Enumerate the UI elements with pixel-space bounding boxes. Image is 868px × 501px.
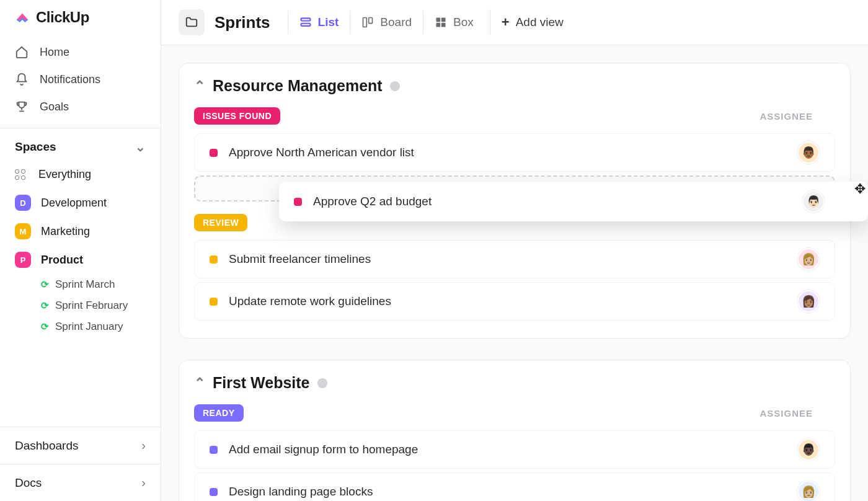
spaces-header-label: Spaces (15, 140, 56, 154)
sidebar-item-everything[interactable]: Everything (0, 161, 161, 188)
clickup-logo-icon (14, 9, 31, 26)
sidebar-item-notifications[interactable]: Notifications (0, 66, 161, 93)
task-title: Submit freelancer timelines (229, 252, 371, 266)
task-group: ⌃ First Website READY ASSIGNEE Add email… (179, 360, 851, 501)
sprint-item[interactable]: ⟳Sprint January (0, 316, 161, 337)
sidebar-dashboards[interactable]: Dashboards› (0, 427, 161, 464)
sprint-label: Sprint February (55, 299, 128, 312)
space-product[interactable]: PProduct (0, 246, 161, 274)
sprint-icon: ⟳ (41, 279, 49, 290)
task-row[interactable]: Design landing page blocks 👩🏼 (194, 472, 835, 501)
svg-rect-2 (363, 18, 367, 27)
svg-rect-4 (436, 18, 441, 22)
nav-label: Goals (40, 100, 69, 113)
status-dot (210, 255, 218, 264)
box-icon (435, 16, 447, 29)
status-pill[interactable]: READY (194, 404, 244, 422)
chevron-down-icon: ⌄ (135, 140, 146, 154)
bell-icon (15, 73, 29, 86)
view-tab-label: List (318, 16, 339, 29)
board-icon (361, 16, 374, 29)
sidebar-item-goals[interactable]: Goals (0, 93, 161, 120)
avatar[interactable]: 👨🏿 (797, 438, 820, 461)
info-icon (317, 378, 327, 388)
sprint-label: Sprint March (55, 278, 115, 291)
add-view-button[interactable]: + Add view (490, 9, 575, 35)
group-header[interactable]: ⌃ First Website (179, 374, 850, 394)
trophy-icon (15, 100, 29, 113)
svg-rect-1 (301, 24, 310, 26)
task-row[interactable]: Submit freelancer timelines 👩🏼 (194, 240, 835, 278)
avatar[interactable]: 👩🏽 (797, 290, 820, 313)
chevron-right-icon: › (141, 476, 146, 490)
view-tab-board[interactable]: Board (350, 11, 423, 34)
sprint-item[interactable]: ⟳Sprint March (0, 274, 161, 295)
spaces-header[interactable]: Spaces ⌄ (0, 128, 161, 161)
chevron-down-icon: ⌃ (194, 78, 205, 94)
assignee-column-label: ASSIGNEE (760, 408, 813, 419)
content-area: ⌃ Resource Management ISSUES FOUND ASSIG… (161, 45, 868, 501)
move-cursor-icon: ✥ (854, 181, 866, 197)
avatar[interactable]: 👨🏻 (802, 190, 825, 213)
space-marketing[interactable]: MMarketing (0, 217, 161, 246)
space-label: Marketing (41, 225, 90, 238)
home-icon (15, 45, 29, 59)
task-title: Design landing page blocks (229, 485, 373, 499)
view-tab-label: Box (453, 16, 474, 29)
svg-rect-3 (369, 18, 373, 24)
task-title: Approve North American vendor list (229, 146, 414, 159)
space-badge: D (15, 195, 31, 211)
sprint-icon: ⟳ (41, 300, 49, 311)
footer-label: Docs (15, 476, 42, 490)
sprint-item[interactable]: ⟳Sprint February (0, 295, 161, 316)
avatar[interactable]: 👩🏼 (797, 481, 820, 501)
everything-label: Everything (38, 168, 91, 181)
assignee-column-label: ASSIGNEE (760, 111, 813, 122)
view-tab-list[interactable]: List (288, 11, 350, 34)
footer-label: Dashboards (15, 439, 78, 453)
dragging-task[interactable]: Approve Q2 ad budget 👨🏻 (279, 182, 868, 221)
svg-rect-6 (436, 23, 441, 27)
space-development[interactable]: DDevelopment (0, 188, 161, 217)
avatar[interactable]: 👩🏼 (797, 248, 820, 270)
task-title: Add email signup form to homepage (229, 443, 418, 456)
svg-rect-5 (441, 18, 446, 22)
task-title: Update remote work guidelines (229, 295, 391, 308)
sprint-icon: ⟳ (41, 321, 49, 332)
svg-rect-7 (441, 23, 446, 27)
space-label: Development (41, 197, 107, 210)
nav-label: Notifications (40, 73, 100, 86)
list-icon (299, 16, 312, 29)
group-header[interactable]: ⌃ Resource Management (179, 77, 850, 97)
task-row[interactable]: Add email signup form to homepage 👨🏿 (194, 430, 835, 469)
status-header: READY ASSIGNEE (179, 394, 850, 427)
main-area: Sprints ListBoardBox + Add view ⌃ Resour… (161, 0, 868, 501)
status-pill[interactable]: ISSUES FOUND (194, 107, 280, 125)
status-dot (210, 149, 218, 157)
svg-rect-0 (301, 18, 310, 20)
status-dot (210, 446, 218, 454)
plus-icon: + (502, 14, 510, 30)
task-row[interactable]: Update remote work guidelines 👩🏽 (194, 282, 835, 321)
info-icon (390, 81, 400, 91)
status-dot (210, 298, 218, 306)
status-header: ISSUES FOUND ASSIGNEE (179, 97, 850, 130)
brand-logo: ClickUp (0, 9, 161, 37)
task-row[interactable]: Approve North American vendor list 👨🏾 (194, 133, 835, 172)
space-badge: M (15, 223, 31, 239)
page-title: Sprints (215, 13, 270, 32)
space-badge: P (15, 252, 31, 268)
view-tab-label: Board (380, 16, 412, 29)
chevron-down-icon: ⌃ (194, 375, 205, 391)
group-title: First Website (213, 374, 310, 392)
view-tab-box[interactable]: Box (423, 11, 485, 34)
status-pill[interactable]: REVIEW (194, 214, 247, 231)
sidebar-docs[interactable]: Docs› (0, 464, 161, 501)
task-title: Approve Q2 ad budget (313, 195, 432, 208)
sidebar-item-home[interactable]: Home (0, 38, 161, 66)
grid-icon (15, 169, 29, 180)
status-dot (210, 488, 218, 496)
avatar[interactable]: 👨🏾 (797, 141, 820, 164)
add-view-label: Add view (516, 16, 564, 29)
group-title: Resource Management (213, 77, 383, 95)
